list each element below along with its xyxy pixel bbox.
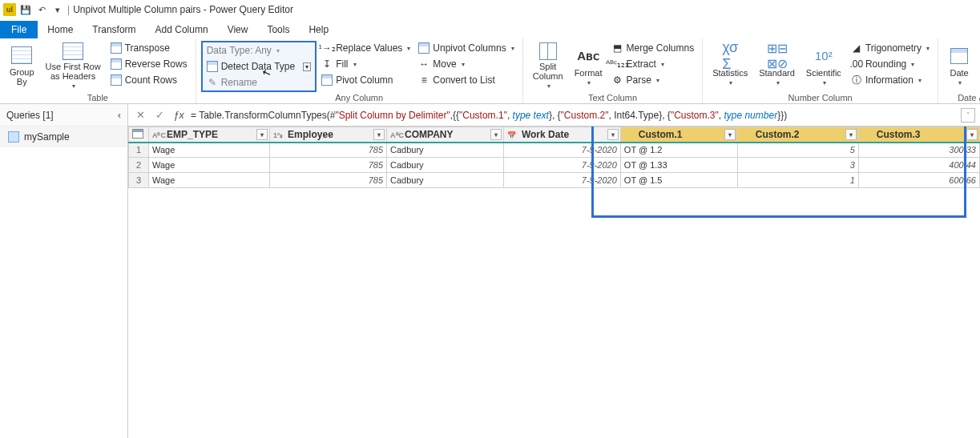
col-emp-type[interactable]: AᴮCEMP_TYPE▾ — [149, 127, 270, 143]
cell-custom1[interactable]: OT @ 1.33 — [620, 158, 737, 173]
info-icon: ⓘ — [851, 74, 862, 86]
group-by-icon — [11, 46, 32, 64]
collapse-icon[interactable]: ‹ — [118, 109, 121, 121]
cell-work-date[interactable]: 7-9-2020 — [503, 143, 620, 158]
filter-icon[interactable]: ▾ — [607, 129, 619, 140]
information-button[interactable]: ⓘInformation — [848, 73, 933, 87]
tab-tools[interactable]: Tools — [257, 21, 299, 38]
cell-employee[interactable]: 785 — [270, 158, 387, 173]
transpose-icon — [111, 42, 122, 54]
tab-transform[interactable]: Transform — [83, 21, 145, 38]
cell-company[interactable]: Cadbury — [387, 173, 504, 188]
group-label-text: Text Column — [528, 93, 697, 102]
undo-icon[interactable]: ↶ — [35, 3, 48, 16]
col-work-date[interactable]: 📅Work Date▾ — [503, 127, 620, 143]
merge-icon: ⬒ — [611, 42, 623, 54]
cell-company[interactable]: Cadbury — [387, 158, 504, 173]
accept-formula-button[interactable]: ✓ — [152, 108, 167, 123]
format-button[interactable]: AʙᴄFormat — [570, 41, 607, 90]
rename-button[interactable]: ✎Rename — [204, 75, 315, 90]
queries-pane: Queries [1] ‹ mySample — [0, 104, 128, 438]
col-custom2[interactable]: Custom.2▾ — [737, 127, 858, 143]
table-row[interactable]: 3Wage785Cadbury7-9-2020OT @ 1.51600,66 — [129, 173, 980, 188]
data-type-button[interactable]: Data Type: Any — [204, 43, 315, 58]
group-label-number: Number Column — [708, 93, 933, 102]
move-button[interactable]: ↔Move — [415, 57, 517, 71]
filter-icon[interactable]: ▾ — [966, 129, 978, 140]
filter-icon[interactable]: ▾ — [373, 129, 385, 140]
fill-button[interactable]: ↧Fill — [318, 57, 413, 71]
filter-icon[interactable]: ▾ — [724, 129, 736, 140]
table-row[interactable]: 2Wage785Cadbury7-9-2020OT @ 1.333400,44 — [129, 158, 980, 173]
cell-custom1[interactable]: OT @ 1.2 — [620, 143, 737, 158]
unpivot-columns-button[interactable]: Unpivot Columns — [415, 41, 517, 55]
col-custom3[interactable]: Custom.3▾ — [858, 127, 979, 143]
standard-icon: ⊞⊟⊠⊘ — [766, 46, 788, 66]
trig-icon: ◢ — [851, 42, 862, 54]
tab-view[interactable]: View — [218, 21, 258, 38]
rounding-button[interactable]: .00Rounding — [848, 57, 933, 71]
filter-icon[interactable]: ▾ — [845, 129, 857, 140]
col-company[interactable]: AᴮCCOMPANY▾ — [387, 127, 504, 143]
use-first-row-button[interactable]: Use First Row as Headers — [41, 41, 106, 90]
count-rows-button[interactable]: Count Rows — [107, 73, 191, 87]
pivot-column-button[interactable]: Pivot Column — [318, 73, 413, 87]
replace-values-button[interactable]: ¹→₂Replace Values — [318, 41, 413, 55]
detect-icon — [207, 61, 218, 72]
reverse-rows-button[interactable]: Reverse Rows — [107, 57, 191, 71]
date-button[interactable]: Date — [943, 41, 975, 90]
cell-company[interactable]: Cadbury — [387, 143, 504, 158]
query-item[interactable]: mySample — [0, 127, 127, 147]
col-employee[interactable]: 1²₃Employee▾ — [270, 127, 387, 143]
save-icon[interactable]: 💾 — [19, 3, 32, 16]
cancel-formula-button[interactable]: ✕ — [133, 108, 147, 123]
merge-columns-button[interactable]: ⬒Merge Columns — [608, 41, 697, 55]
cell-work-date[interactable]: 7-9-2020 — [503, 158, 620, 173]
standard-button[interactable]: ⊞⊟⊠⊘Standard — [754, 41, 800, 90]
more-icon[interactable]: ▾ — [51, 3, 64, 16]
fx-icon[interactable]: ƒx — [171, 108, 186, 123]
group-by-button[interactable]: Group By — [5, 41, 39, 90]
time-button[interactable]: Time — [977, 41, 980, 90]
date-icon — [950, 48, 968, 64]
cell-employee[interactable]: 785 — [270, 143, 387, 158]
cell-work-date[interactable]: 7-9-2020 — [503, 173, 620, 188]
extract-button[interactable]: ᴬᴮᶜ₁₂₃Extract — [608, 57, 697, 71]
cell-emp-type[interactable]: Wage — [149, 143, 270, 158]
cell-emp-type[interactable]: Wage — [149, 158, 270, 173]
corner-cell[interactable] — [129, 127, 149, 143]
table-row[interactable]: 1Wage785Cadbury7-9-2020OT @ 1.25300,33 — [129, 143, 980, 158]
cell-custom3[interactable]: 400,44 — [858, 158, 979, 173]
parse-button[interactable]: ⚙Parse — [608, 73, 697, 87]
cell-emp-type[interactable]: Wage — [149, 173, 270, 188]
transpose-button[interactable]: Transpose — [107, 41, 191, 55]
ribbon: Group By Use First Row as Headers Transp… — [0, 38, 980, 104]
formula-dropdown-button[interactable]: ˅ — [961, 108, 975, 123]
data-table: AᴮCEMP_TYPE▾ 1²₃Employee▾ AᴮCCOMPANY▾ 📅W… — [128, 127, 980, 188]
cell-custom1[interactable]: OT @ 1.5 — [620, 173, 737, 188]
tab-home[interactable]: Home — [38, 21, 83, 38]
cell-custom2[interactable]: 5 — [737, 143, 858, 158]
rename-icon: ✎ — [207, 77, 218, 88]
filter-icon[interactable]: ▾ — [490, 129, 502, 140]
cell-custom2[interactable]: 3 — [737, 158, 858, 173]
format-icon: Aʙᴄ — [577, 49, 599, 63]
convert-to-list-button[interactable]: ≡Convert to List — [415, 73, 517, 87]
tab-file[interactable]: File — [0, 21, 38, 38]
tab-help[interactable]: Help — [299, 21, 338, 38]
filter-icon[interactable]: ▾ — [256, 129, 268, 140]
cell-employee[interactable]: 785 — [270, 173, 387, 188]
queries-header[interactable]: Queries [1] ‹ — [0, 104, 127, 127]
ribbon-group-number-column: χσΣStatistics ⊞⊟⊠⊘Standard 10²Scientific… — [703, 38, 938, 103]
cell-custom2[interactable]: 1 — [737, 173, 858, 188]
tab-add-column[interactable]: Add Column — [146, 21, 218, 38]
split-column-button[interactable]: Split Column — [528, 41, 568, 90]
cell-custom3[interactable]: 600,66 — [858, 173, 979, 188]
trigonometry-button[interactable]: ◢Trigonometry — [848, 41, 933, 55]
statistics-button[interactable]: χσΣStatistics — [708, 41, 752, 90]
col-custom1[interactable]: Custom.1▾ — [620, 127, 737, 143]
detect-data-type-button[interactable]: Detect Data Type▾ — [204, 59, 315, 74]
cell-custom3[interactable]: 300,33 — [858, 143, 979, 158]
scientific-button[interactable]: 10²Scientific — [801, 41, 846, 90]
formula-input[interactable]: = Table.TransformColumnTypes(#"Split Col… — [191, 110, 956, 121]
